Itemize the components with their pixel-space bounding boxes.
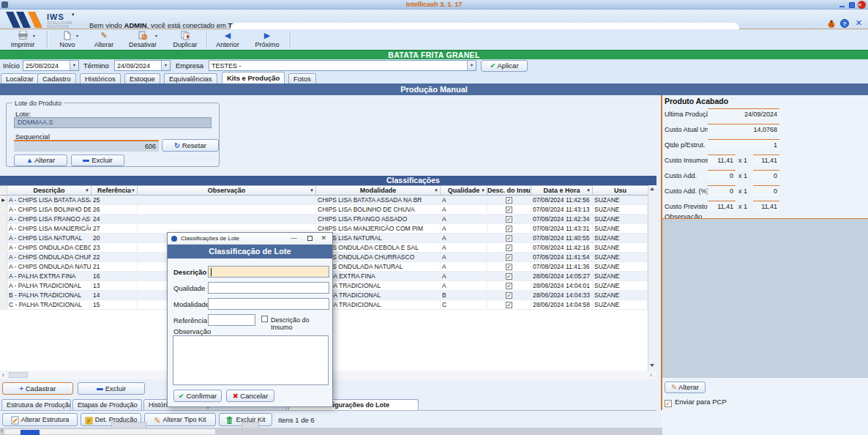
tab-localizar[interactable]: Localizar	[1, 73, 39, 83]
resetar-button[interactable]: ↻ Resetar	[162, 139, 219, 152]
cost-value-field[interactable]: 14,0768	[708, 124, 779, 135]
scroll-up-icon[interactable]	[650, 187, 654, 190]
table-row[interactable]: A - CHIPS LISA FRANGO ASSADO 24 CHIPS LI…	[0, 215, 648, 224]
cost-total-field[interactable]: 11,41	[753, 201, 779, 212]
column-header-observacao[interactable]: Observação▼	[138, 186, 316, 195]
confirmar-button[interactable]: ✔ Confirmar	[173, 390, 222, 402]
tab-kits-e-producao[interactable]: Kits e Produção	[222, 72, 285, 83]
referencia-input[interactable]	[208, 314, 255, 326]
scroll-left-icon[interactable]: ‹	[1, 427, 3, 434]
column-header-desc-insumo[interactable]: Desc. do Insu...▼	[487, 186, 531, 195]
proximo-button[interactable]: ▶ Próximo	[249, 30, 285, 49]
checkbox-checked-icon[interactable]: ✓	[506, 216, 512, 223]
dialog-minimize-icon[interactable]: —	[291, 234, 297, 242]
panel-alterar-button[interactable]: ✎ Alterar	[665, 382, 706, 393]
column-header-referencia[interactable]: Referência▼	[91, 186, 138, 195]
modalidade-input[interactable]	[208, 298, 329, 310]
dialog-titlebar[interactable]: Classificações de Lote — ✕	[168, 233, 332, 245]
cell-modalidade: CHIPS LISA BOLINHO DE CHUVA	[316, 205, 441, 214]
maximize-button[interactable]	[848, 1, 856, 8]
scroll-left-icon[interactable]: ‹	[2, 371, 4, 379]
checkbox-unchecked-icon[interactable]	[261, 316, 268, 322]
desativar-button[interactable]: ▾ Desativar	[123, 30, 162, 49]
column-header-usuario[interactable]: Usu	[593, 186, 648, 195]
cost-unit-field[interactable]: 0	[708, 170, 736, 181]
tab-estoque[interactable]: Estoque	[124, 73, 160, 83]
descricao-input[interactable]	[208, 266, 329, 278]
observacao-area[interactable]	[662, 218, 868, 378]
alterar-button[interactable]: ✎ Alterar	[88, 30, 120, 49]
excluir-button[interactable]: Excluir	[78, 382, 145, 395]
help-icon[interactable]: ?	[840, 19, 849, 28]
checkbox-checked-icon[interactable]: ✓	[506, 197, 512, 204]
checkbox-checked-icon[interactable]: ✓	[506, 283, 512, 289]
minimize-button[interactable]	[838, 1, 846, 8]
qualidade-input[interactable]	[208, 282, 329, 294]
enviar-pcp-checkbox[interactable]: ✓Enviar para PCP	[665, 398, 727, 407]
checkbox-checked-icon[interactable]: ✓	[506, 245, 512, 251]
checkbox-checked-icon[interactable]: ✓	[506, 302, 512, 308]
anterior-button[interactable]: ◀ Anterior	[209, 30, 246, 49]
inicio-date-input[interactable]: 25/08/2024 ▼	[23, 60, 79, 71]
chevron-down-icon[interactable]: ▾	[72, 12, 75, 18]
close-session-icon[interactable]: ✕	[856, 18, 862, 28]
close-button[interactable]: ✕	[858, 1, 866, 9]
column-header-modalidade[interactable]: Modalidade▼	[316, 186, 441, 195]
table-vertical-scrollbar[interactable]	[648, 185, 656, 371]
cancelar-button[interactable]: ✖ Cancelar	[226, 390, 274, 402]
tab-equivalencias[interactable]: Equivalências	[164, 73, 217, 83]
duplicar-button[interactable]: Duplicar	[167, 30, 203, 49]
cost-value-field[interactable]: 24/09/2024	[708, 108, 779, 119]
scrollbar-thumb[interactable]	[9, 372, 28, 378]
cost-total-field[interactable]: 0	[753, 170, 779, 181]
termino-date-input[interactable]: 24/09/2024 ▼	[114, 60, 171, 71]
empresa-select[interactable]: TESTES - ▼	[209, 60, 476, 71]
tab-etapas-de-producao[interactable]: Etapas de Produção	[72, 399, 142, 411]
desc-insumo-checkbox-label[interactable]: Descrição do Insumo	[271, 316, 332, 331]
column-header-qualidade[interactable]: Qualidade▼	[441, 186, 487, 195]
table-row[interactable]: ▶ A - CHIPS LISA BATATA ASSADA NA 25 CHI…	[0, 196, 648, 205]
tab-historicos[interactable]: Históricos	[80, 73, 121, 83]
dropdown-icon[interactable]: ▼	[161, 61, 170, 70]
cost-unit-field[interactable]: 0	[708, 185, 736, 196]
checkbox-checked-icon[interactable]: ✓	[506, 226, 512, 232]
aplicar-button[interactable]: ✔ Aplicar	[481, 60, 528, 72]
lote-input[interactable]: DDMMAA.S	[14, 117, 212, 128]
cost-unit-field[interactable]: 11,41	[708, 155, 736, 166]
scroll-right-icon[interactable]: ›	[650, 371, 652, 379]
cost-unit-field[interactable]: 11,41	[708, 201, 736, 212]
imprimir-button[interactable]: ▾ Imprimir	[2, 30, 43, 49]
cost-value-field[interactable]: 1	[708, 139, 779, 150]
scroll-down-icon[interactable]	[650, 364, 654, 367]
checkbox-checked-icon[interactable]: ✓	[506, 207, 512, 213]
observacao-textarea[interactable]	[173, 335, 329, 385]
dropdown-icon[interactable]: ▼	[70, 61, 78, 70]
alterar-tipo-kit-button[interactable]: ✎Alterar Tipo Kit	[144, 413, 216, 426]
cost-total-field[interactable]: 0	[753, 185, 779, 196]
tab-estrutura-de-producao[interactable]: Estrutura de Produção	[1, 399, 71, 411]
dropdown-caret-icon[interactable]: ▾	[155, 33, 157, 38]
bug-icon[interactable]	[827, 20, 836, 29]
dropdown-caret-icon[interactable]: ▾	[76, 33, 78, 38]
cost-total-field[interactable]: 11,41	[753, 155, 779, 166]
dropdown-icon[interactable]: ▼	[467, 61, 476, 70]
alterar-estrutura-button[interactable]: Alterar Estrutura	[2, 413, 78, 426]
dropdown-caret-icon[interactable]: ▾	[33, 33, 35, 38]
checkbox-checked-icon[interactable]: ✓	[506, 273, 512, 280]
checkbox-checked-icon[interactable]: ✓	[506, 292, 512, 299]
lote-alterar-button[interactable]: ▲ Alterar	[14, 155, 67, 166]
dialog-maximize-icon[interactable]	[307, 236, 313, 241]
lote-excluir-button[interactable]: Excluir	[71, 155, 124, 166]
column-header-data-hora[interactable]: Data e Hora▼	[531, 186, 593, 195]
column-header-descricao[interactable]: Descrição▼	[7, 186, 91, 195]
cadastrar-button[interactable]: + Cadastrar	[2, 382, 73, 395]
tab-cadastro[interactable]: Cadastro	[37, 73, 76, 83]
dialog-close-icon[interactable]: ✕	[321, 234, 326, 242]
tab-fotos[interactable]: Fotos	[288, 73, 316, 83]
table-row[interactable]: A - CHIPS LISA BOLINHO DE CHUVA 26 CHIPS…	[0, 205, 648, 215]
checkbox-checked-icon[interactable]: ✓	[506, 264, 512, 270]
sequencial-input[interactable]: 606	[14, 140, 159, 152]
checkbox-checked-icon[interactable]: ✓	[506, 235, 512, 242]
novo-button[interactable]: ▾ Novo	[50, 30, 85, 49]
checkbox-checked-icon[interactable]: ✓	[506, 254, 512, 261]
